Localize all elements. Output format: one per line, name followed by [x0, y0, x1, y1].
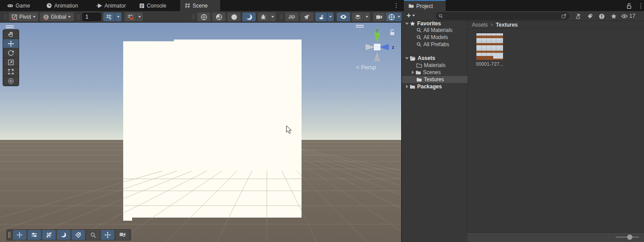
tree-item-textures[interactable]: Textures — [402, 76, 467, 83]
thumbnail-zoom-slider[interactable] — [616, 237, 639, 238]
grid-magnet-icon — [127, 14, 133, 20]
tab-project[interactable]: Project — [404, 0, 446, 11]
draw-mode-shaded-wire-button[interactable] — [212, 12, 225, 21]
mouse-cursor — [286, 126, 292, 135]
grid-axis-dropdown[interactable] — [115, 12, 121, 21]
gizmo-y-cone[interactable] — [374, 33, 380, 43]
transform-tool-button[interactable] — [3, 76, 19, 86]
layers-dropdown[interactable] — [364, 12, 370, 21]
gizmo-center-cube[interactable] — [374, 44, 380, 50]
chevron-right-icon[interactable] — [412, 71, 414, 74]
tab-scene-label: Scene — [193, 3, 208, 9]
draw-mode-shaded-button[interactable] — [227, 12, 241, 21]
scale-tool-button[interactable] — [3, 58, 19, 67]
overlay-gizmo-visibility-button[interactable] — [72, 230, 85, 240]
overlay-tool-settings-button[interactable] — [28, 230, 41, 240]
project-toolbar: + 17 — [402, 11, 644, 21]
layers-button[interactable] — [352, 12, 363, 21]
eye-icon — [340, 14, 347, 20]
tab-animator[interactable]: Animator — [92, 0, 130, 11]
debug-mode-dropdown[interactable] — [270, 12, 276, 21]
breadcrumb-current[interactable]: Textures — [496, 22, 518, 28]
gizmo-z-cone[interactable] — [379, 44, 389, 50]
rect-tool-button[interactable] — [3, 67, 19, 76]
snap-dropdown[interactable] — [137, 12, 143, 21]
toggle-2d-button[interactable]: 2D — [285, 12, 298, 21]
texture-thumbnail[interactable] — [476, 33, 503, 60]
chevron-right-icon[interactable] — [406, 85, 408, 88]
gizmo-persp-label[interactable]: < Persp — [342, 64, 390, 71]
toolbar-drag-handle[interactable] — [4, 14, 7, 20]
hidden-packages-button[interactable] — [596, 12, 607, 20]
search-picker-icon[interactable] — [561, 13, 567, 19]
tab-game[interactable]: Game — [3, 0, 35, 11]
overlay-orientation-button[interactable] — [101, 230, 114, 240]
visibility-toggle-button[interactable] — [337, 12, 350, 21]
breadcrumb-root[interactable]: Assets — [472, 22, 488, 28]
tab-project-label: Project — [416, 3, 433, 9]
tree-item-scenes[interactable]: Scenes — [402, 69, 467, 76]
bottom-overlay-handle[interactable] — [8, 232, 10, 238]
tab-console-label: Console — [147, 3, 166, 9]
search-by-label-button[interactable] — [584, 12, 595, 20]
create-asset-button[interactable]: + — [407, 12, 415, 19]
project-menu-kebab-icon[interactable]: ⋮ — [638, 2, 644, 9]
search-input[interactable] — [445, 13, 559, 19]
console-icon — [139, 3, 145, 8]
grid-axis-button[interactable] — [103, 12, 115, 21]
gizmo-down-cone[interactable] — [374, 52, 380, 61]
tab-animation[interactable]: Animation — [42, 0, 82, 11]
debug-mode-button[interactable] — [258, 12, 269, 21]
tab-console[interactable]: Console — [135, 0, 171, 11]
visible-count-button[interactable]: 17 — [621, 13, 635, 19]
lock-open-icon[interactable] — [627, 3, 632, 9]
tree-item-all-materials[interactable]: All Materials — [402, 27, 467, 34]
pivot-caret-icon — [33, 16, 36, 18]
gizmo-x-cone[interactable] — [366, 44, 375, 50]
orientation-button[interactable]: Global — [40, 12, 74, 21]
audio-toggle-button[interactable] — [300, 12, 314, 21]
tab-animation-label: Animation — [54, 3, 78, 9]
lighting-toggle-button[interactable] — [242, 12, 256, 21]
tree-item-favorites[interactable]: Favorites — [402, 20, 467, 27]
pivot-mode-button[interactable]: Pivot — [9, 12, 38, 21]
gizmos-dropdown[interactable] — [396, 12, 402, 21]
orientation-gizmo[interactable]: y z — [351, 26, 400, 67]
rotate-tool-button[interactable] — [3, 48, 19, 58]
overlay-grid-snap-button[interactable] — [42, 230, 56, 240]
gizmos-toggle-button[interactable] — [386, 12, 396, 21]
project-searchbox[interactable] — [436, 12, 569, 20]
chevron-down-icon[interactable] — [405, 57, 409, 60]
chevron-down-icon[interactable] — [405, 23, 409, 25]
tools-overlay-handle[interactable] — [6, 25, 14, 28]
favorites-star-button[interactable] — [608, 12, 619, 20]
overlay-move-tools-button[interactable] — [13, 230, 26, 240]
grid-slash-icon — [46, 232, 52, 238]
search-icon — [416, 35, 422, 40]
tab-scene[interactable]: Scene — [180, 0, 220, 11]
search-by-type-button[interactable] — [572, 12, 583, 20]
effects-toggle-button[interactable] — [315, 12, 327, 21]
tree-item-materials[interactable]: Materials — [402, 62, 467, 69]
gizmo-sphere-icon — [388, 14, 395, 20]
zoom-slider-knob[interactable] — [627, 234, 632, 240]
asset-item[interactable]: 00001-727... — [473, 33, 507, 67]
scene-menu-kebab-icon[interactable]: ⋮ — [393, 2, 399, 9]
tree-item-packages[interactable]: Packages — [402, 83, 467, 90]
overlay-camera-preview-button[interactable] — [116, 230, 129, 240]
tree-item-all-models[interactable]: All Models — [402, 34, 467, 41]
camera-settings-button[interactable] — [373, 12, 385, 21]
overlay-search-button[interactable] — [86, 230, 100, 240]
tree-item-all-prefabs[interactable]: All Prefabs — [402, 41, 467, 48]
effects-dropdown[interactable] — [327, 12, 334, 21]
overlay-lighting-button[interactable] — [57, 230, 70, 240]
tree-item-assets[interactable]: Assets — [402, 55, 467, 62]
scene-viewport[interactable]: y z < Persp — [0, 23, 402, 242]
snap-button[interactable] — [125, 12, 136, 21]
draw-mode-wireframe-button[interactable] — [197, 12, 210, 21]
folder-icon — [410, 84, 415, 89]
grid-size-input[interactable] — [82, 13, 101, 21]
move-tool-button[interactable] — [3, 39, 19, 48]
view-hand-tool-button[interactable] — [3, 30, 19, 39]
sphere-solid-icon — [231, 14, 237, 20]
